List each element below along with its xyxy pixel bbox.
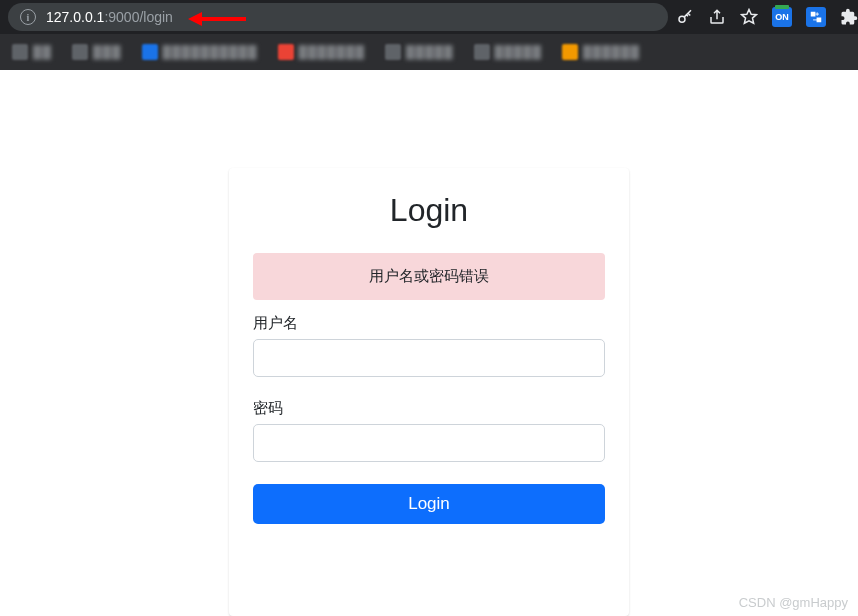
page-content: Login 用户名或密码错误 用户名 密码 Login CSDN @gmHapp…: [0, 70, 858, 616]
password-input[interactable]: [253, 424, 605, 462]
bookmark-item[interactable]: ███████: [274, 41, 370, 63]
page-title: Login: [253, 192, 605, 229]
watermark-text: CSDN @gmHappy: [739, 595, 848, 610]
password-label: 密码: [253, 399, 605, 418]
site-icon: [142, 44, 158, 60]
folder-icon: [72, 44, 88, 60]
folder-icon: [12, 44, 28, 60]
extensions-puzzle-icon[interactable]: [840, 8, 858, 26]
username-group: 用户名: [253, 314, 605, 377]
site-icon: [474, 44, 490, 60]
bookmark-item[interactable]: ██: [8, 41, 56, 63]
bookmark-star-icon[interactable]: [740, 8, 758, 26]
bookmark-item[interactable]: █████: [381, 41, 458, 63]
toolbar-icons: ON: [676, 7, 858, 27]
site-icon: [278, 44, 294, 60]
url-bar[interactable]: i 127.0.0.1:9000/login: [8, 3, 668, 31]
error-alert: 用户名或密码错误: [253, 253, 605, 300]
url-path: :9000/login: [104, 9, 173, 25]
url-text: 127.0.0.1:9000/login: [46, 9, 173, 25]
login-card: Login 用户名或密码错误 用户名 密码 Login: [229, 168, 629, 616]
svg-point-0: [679, 16, 685, 22]
bookmark-item[interactable]: ██████: [558, 41, 644, 63]
password-key-icon[interactable]: [676, 8, 694, 26]
username-input[interactable]: [253, 339, 605, 377]
extension-on-badge[interactable]: ON: [772, 7, 792, 27]
share-icon[interactable]: [708, 8, 726, 26]
site-icon: [385, 44, 401, 60]
login-button[interactable]: Login: [253, 484, 605, 524]
extension-translate-icon[interactable]: [806, 7, 826, 27]
password-group: 密码: [253, 399, 605, 462]
browser-address-bar: i 127.0.0.1:9000/login ON: [0, 0, 858, 34]
bookmark-item[interactable]: ███: [68, 41, 126, 63]
bookmark-item[interactable]: █████: [470, 41, 547, 63]
site-info-icon[interactable]: i: [20, 9, 36, 25]
bookmarks-bar: ██ ███ ██████████ ███████ █████ █████ ██…: [0, 34, 858, 70]
site-icon: [562, 44, 578, 60]
url-host: 127.0.0.1: [46, 9, 104, 25]
bookmark-item[interactable]: ██████████: [138, 41, 262, 63]
username-label: 用户名: [253, 314, 605, 333]
